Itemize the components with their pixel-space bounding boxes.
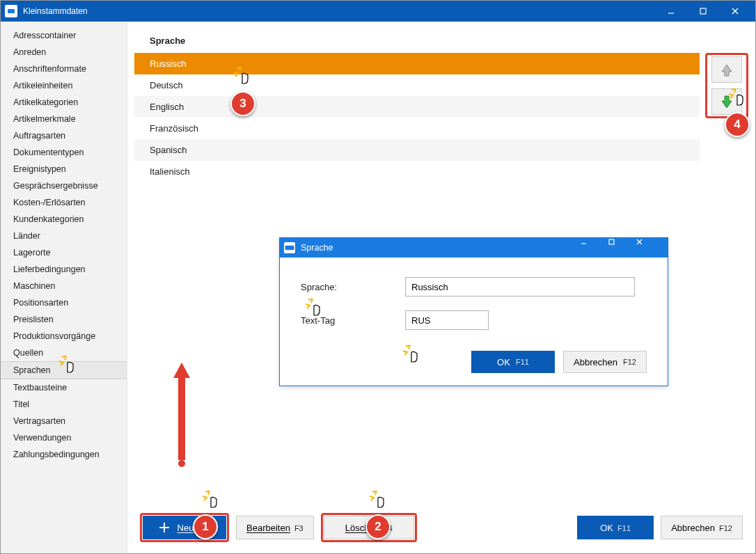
abbrechen-button[interactable]: AbbrechenF12 [661, 516, 743, 539]
annotation-badge-2: 2 [365, 514, 391, 539]
bearbeiten-button[interactable]: BearbeitenF3 [236, 516, 314, 539]
sidebar-item[interactable]: Gesprächsergebnisse [1, 177, 127, 194]
close-button[interactable] [719, 1, 751, 22]
main-header: Sprache [134, 31, 748, 53]
svg-rect-9 [609, 239, 614, 244]
app-window: Kleinstammdaten AdresscontainerAnredenAn… [0, 0, 756, 554]
sidebar-item[interactable]: Lieferbedingungen [1, 261, 127, 278]
dialog-cancel-label: Abbrechen [574, 357, 617, 367]
sprache-input[interactable] [405, 277, 635, 296]
dialog-close-button[interactable] [636, 238, 663, 258]
move-up-button[interactable] [711, 56, 742, 83]
texttag-input[interactable] [405, 310, 489, 330]
bearbeiten-label: Bearbeiten [246, 523, 290, 533]
ok-key: F11 [617, 524, 631, 532]
window-title: Kleinstammdaten [23, 6, 88, 16]
dialog-title: Sprache [301, 243, 333, 253]
dialog-cancel-key: F12 [623, 358, 636, 366]
sidebar-item[interactable]: Maschinen [1, 278, 127, 294]
sidebar-item[interactable]: Ereignistypen [1, 161, 127, 177]
annotation-badge-4: 4 [725, 112, 750, 137]
dialog-ok-label: OK [497, 357, 510, 367]
bearbeiten-key: F3 [294, 524, 304, 532]
sidebar-item[interactable]: Artikelkategorien [1, 94, 127, 111]
app-icon [5, 5, 17, 17]
sidebar-item[interactable]: Auftragsarten [1, 127, 127, 144]
annotation-arrow [173, 363, 190, 467]
button-bar: NeuF10 BearbeitenF3 LöschenF4 OKF11 Abbr… [134, 507, 748, 546]
svg-rect-0 [8, 9, 15, 13]
sidebar-item[interactable]: Anreden [1, 44, 127, 61]
sidebar-item[interactable]: Preislisten [1, 311, 127, 328]
sidebar-item[interactable]: Sprachen [1, 361, 127, 379]
sidebar-item[interactable]: Quellen [1, 345, 127, 361]
titlebar: Kleinstammdaten [1, 1, 755, 22]
list-row[interactable]: Englisch [134, 96, 700, 118]
annotation-badge-3: 3 [230, 91, 255, 116]
maximize-button[interactable] [687, 1, 719, 22]
sidebar-item[interactable]: Artikeleinheiten [1, 77, 127, 94]
plus-icon [158, 521, 171, 534]
sidebar-item[interactable]: Textbausteine [1, 379, 127, 396]
svg-point-12 [178, 460, 185, 467]
dialog-maximize-button[interactable] [608, 238, 636, 258]
annotation-badge-1: 1 [193, 514, 218, 539]
sidebar-item[interactable]: Positionsarten [1, 294, 127, 311]
sidebar-item[interactable]: Lagerorte [1, 244, 127, 261]
sidebar-item[interactable]: Zahlungsbedingungen [1, 446, 127, 463]
sidebar-item[interactable]: Kosten-/Erlösarten [1, 194, 127, 211]
dialog-cancel-button[interactable]: AbbrechenF12 [563, 351, 647, 373]
sidebar-item[interactable]: Kundenkategorien [1, 211, 127, 228]
main-panel: Sprache RussischDeutschEnglischFranzösis… [127, 22, 755, 553]
sidebar-item[interactable]: Anschriftenformate [1, 61, 127, 77]
sidebar-item[interactable]: Artikelmerkmale [1, 111, 127, 127]
sidebar-item[interactable]: Dokumententypen [1, 144, 127, 161]
dialog-titlebar: Sprache [280, 238, 668, 258]
sidebar-item[interactable]: Titel [1, 396, 127, 413]
list-row[interactable]: Französisch [134, 118, 700, 139]
sprache-dialog: Sprache Sprache: Text-Tag [279, 237, 668, 386]
move-down-button[interactable] [711, 88, 742, 115]
language-list: RussischDeutschEnglischFranzösischSpanis… [134, 53, 700, 182]
sidebar-item[interactable]: Länder [1, 228, 127, 244]
sidebar-item[interactable]: Vertragsarten [1, 413, 127, 429]
ok-label: OK [600, 523, 613, 533]
dialog-icon [284, 242, 295, 253]
ok-button[interactable]: OKF11 [577, 516, 654, 539]
list-row[interactable]: Russisch [134, 53, 700, 74]
list-row[interactable]: Spanisch [134, 139, 700, 161]
svg-rect-7 [285, 246, 294, 250]
dialog-minimize-button[interactable] [580, 238, 608, 258]
abbrechen-label: Abbrechen [671, 523, 715, 533]
dialog-ok-button[interactable]: OKF11 [471, 351, 555, 373]
sidebar-item[interactable]: Adresscontainer [1, 27, 127, 44]
neu-label: Neu [178, 523, 194, 533]
abbrechen-key: F12 [719, 524, 732, 532]
texttag-label: Text-Tag [301, 315, 405, 326]
sidebar: AdresscontainerAnredenAnschriftenformate… [1, 22, 127, 553]
sidebar-item[interactable]: Produktionsvorgänge [1, 328, 127, 345]
list-row[interactable]: Italienisch [134, 161, 700, 182]
minimize-button[interactable] [655, 1, 687, 22]
svg-rect-2 [700, 8, 706, 14]
list-row[interactable]: Deutsch [134, 74, 700, 96]
reorder-highlight [705, 53, 748, 118]
sidebar-item[interactable]: Verwendungen [1, 429, 127, 446]
sprache-label: Sprache: [301, 282, 405, 292]
dialog-ok-key: F11 [516, 358, 529, 366]
